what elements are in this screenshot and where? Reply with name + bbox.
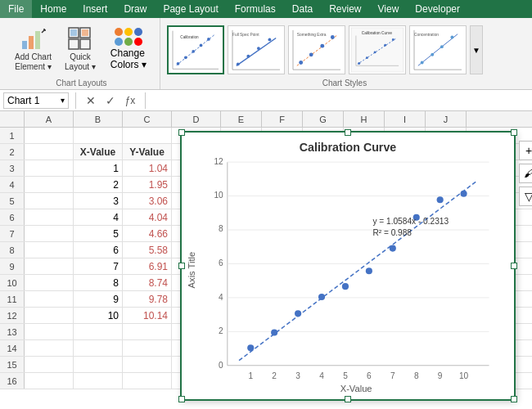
cell[interactable] (74, 128, 123, 143)
cell[interactable]: 10.14 (123, 308, 172, 323)
cell[interactable]: 1.95 (123, 177, 172, 192)
chart-style-thumb-4[interactable]: Calibration Curve (349, 25, 406, 74)
chart-filters-button[interactable]: ▽ (519, 187, 532, 206)
chart-style-thumb-3[interactable]: Something Extra (288, 25, 345, 74)
chart-style-thumb-1[interactable]: Calibration (167, 25, 224, 74)
cell[interactable] (74, 357, 123, 372)
tab-developer[interactable]: Developer (407, 0, 468, 18)
cell[interactable] (25, 193, 74, 209)
formula-cancel-button[interactable]: ✕ (83, 92, 99, 109)
cell[interactable] (25, 258, 74, 274)
formula-insert-function-button[interactable]: ƒx (122, 92, 138, 109)
chart-handle-tm[interactable] (345, 129, 351, 136)
cell[interactable] (25, 160, 74, 176)
cell[interactable] (25, 209, 74, 225)
cell[interactable]: 4.66 (123, 226, 172, 241)
cell[interactable]: 3.06 (123, 193, 172, 209)
cell[interactable]: 1 (74, 160, 123, 176)
cell[interactable]: 2 (74, 177, 123, 192)
cell[interactable]: 4 (74, 209, 123, 225)
data-point-9[interactable] (437, 196, 444, 203)
col-header-f[interactable]: F (262, 111, 303, 127)
chart-styles-button[interactable]: 🖌 (519, 164, 532, 183)
cell[interactable] (123, 324, 172, 339)
cell[interactable]: 6.91 (123, 258, 172, 274)
cell[interactable]: 7 (74, 258, 123, 274)
cell[interactable] (25, 308, 74, 323)
cell[interactable] (25, 291, 74, 307)
cell[interactable]: 10 (74, 308, 123, 323)
cell[interactable]: 5.58 (123, 242, 172, 258)
add-chart-element-button[interactable]: Add ChartElement ▾ (10, 23, 56, 75)
tab-view[interactable]: View (370, 0, 408, 18)
cell[interactable] (74, 324, 123, 339)
cell[interactable] (25, 275, 74, 290)
cell[interactable]: 9.78 (123, 291, 172, 307)
data-point-3[interactable] (295, 310, 301, 317)
tab-file[interactable]: File (0, 0, 32, 18)
formula-enter-button[interactable]: ✓ (102, 92, 119, 109)
col-header-d[interactable]: D (172, 111, 221, 127)
chart-handle-mr[interactable] (511, 263, 517, 269)
col-header-c[interactable]: C (123, 111, 172, 127)
tab-insert[interactable]: Insert (74, 0, 115, 18)
cell[interactable]: 5 (74, 226, 123, 241)
cell[interactable]: 9 (74, 291, 123, 307)
chart-handle-tl[interactable] (178, 129, 185, 136)
col-header-b[interactable]: B (74, 111, 123, 127)
col-header-g[interactable]: G (303, 111, 344, 127)
cell[interactable] (74, 340, 123, 356)
cell[interactable] (123, 357, 172, 372)
cell[interactable] (25, 340, 74, 356)
col-header-a[interactable]: A (25, 111, 74, 127)
data-point-1[interactable] (247, 344, 254, 351)
col-header-e[interactable]: E (221, 111, 262, 127)
tab-formulas[interactable]: Formulas (227, 0, 284, 18)
data-point-10[interactable] (461, 191, 467, 197)
formula-input[interactable] (152, 95, 529, 106)
tab-data[interactable]: Data (284, 0, 321, 18)
data-point-2[interactable] (271, 329, 277, 335)
cell[interactable] (25, 242, 74, 258)
cell[interactable] (123, 373, 172, 389)
chart-elements-button[interactable]: + (519, 141, 532, 160)
data-point-5[interactable] (342, 283, 349, 290)
name-box-dropdown[interactable]: ▾ (61, 96, 65, 105)
cell[interactable] (123, 128, 172, 143)
cell[interactable] (25, 177, 74, 192)
cell[interactable] (25, 357, 74, 372)
cell[interactable] (25, 324, 74, 339)
col-header-j[interactable]: J (426, 111, 467, 127)
cell[interactable]: 1.04 (123, 160, 172, 176)
cell[interactable]: 8 (74, 275, 123, 290)
cell[interactable] (74, 373, 123, 389)
chart-styles-scroll-down[interactable]: ▼ (470, 25, 483, 74)
cell[interactable]: 8.74 (123, 275, 172, 290)
chart-style-thumb-5[interactable]: Concentration (409, 25, 467, 74)
chart-handle-tr[interactable] (511, 129, 517, 136)
change-colors-button[interactable]: ChangeColors ▾ (104, 25, 153, 74)
cell[interactable] (25, 128, 74, 143)
tab-review[interactable]: Review (321, 0, 369, 18)
chart-handle-ml[interactable] (178, 263, 185, 269)
quick-layout-button[interactable]: QuickLayout ▾ (60, 23, 101, 75)
data-point-7[interactable] (390, 245, 396, 252)
cell[interactable] (123, 340, 172, 356)
cell[interactable]: 3 (74, 193, 123, 209)
cell[interactable]: X-Value (74, 144, 123, 160)
tab-draw[interactable]: Draw (115, 0, 155, 18)
chart-container[interactable]: Calibration Curve 0 2 4 6 8 10 (180, 131, 516, 401)
chart-handle-bm[interactable] (345, 396, 351, 402)
cell[interactable] (25, 373, 74, 389)
data-point-6[interactable] (366, 267, 372, 274)
chart-style-thumb-2[interactable]: Full Spec Point (228, 25, 285, 74)
data-point-4[interactable] (318, 294, 325, 300)
tab-home[interactable]: Home (32, 0, 74, 18)
cell[interactable]: 4.04 (123, 209, 172, 225)
cell[interactable] (25, 226, 74, 241)
tab-page-layout[interactable]: Page Layout (155, 0, 226, 18)
col-header-h[interactable]: H (344, 111, 385, 127)
cell[interactable]: 6 (74, 242, 123, 258)
cell[interactable] (25, 144, 74, 160)
cell[interactable]: Y-Value (123, 144, 172, 160)
